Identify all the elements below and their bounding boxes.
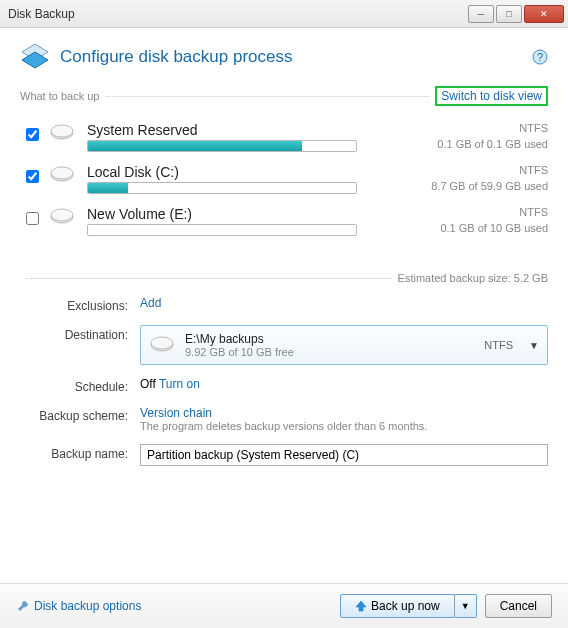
disk-icon bbox=[49, 166, 77, 184]
volume-row: New Volume (E:) NTFS 0.1 GB of 10 GB use… bbox=[20, 200, 548, 242]
disk-icon bbox=[49, 208, 77, 226]
divider bbox=[26, 278, 392, 279]
footer: Disk backup options Back up now ▼ Cancel bbox=[0, 583, 568, 628]
destination-selector[interactable]: E:\My backups 9.92 GB of 10 GB free NTFS… bbox=[140, 325, 548, 365]
volume-usage-text: 0.1 GB of 10 GB used bbox=[418, 222, 548, 234]
volume-fs: NTFS bbox=[418, 206, 548, 218]
volume-usage-text: 8.7 GB of 59.9 GB used bbox=[418, 180, 548, 192]
schedule-status: Off bbox=[140, 377, 156, 391]
help-icon[interactable]: ? bbox=[532, 49, 548, 65]
scheme-label: Backup scheme: bbox=[20, 406, 140, 423]
volume-usage-bar bbox=[87, 224, 357, 236]
schedule-turn-on-link[interactable]: Turn on bbox=[159, 377, 200, 391]
volume-list: System Reserved NTFS 0.1 GB of 0.1 GB us… bbox=[20, 116, 548, 242]
destination-free: 9.92 GB of 10 GB free bbox=[185, 346, 474, 358]
exclusions-add-link[interactable]: Add bbox=[140, 296, 161, 310]
disk-icon bbox=[49, 124, 77, 142]
volume-checkbox[interactable] bbox=[26, 170, 39, 183]
switch-to-disk-view-link[interactable]: Switch to disk view bbox=[435, 86, 548, 106]
volume-checkbox[interactable] bbox=[26, 212, 39, 225]
volume-usage-text: 0.1 GB of 0.1 GB used bbox=[418, 138, 548, 150]
wrench-icon bbox=[16, 599, 30, 613]
backup-name-input[interactable] bbox=[140, 444, 548, 466]
volume-name: New Volume (E:) bbox=[87, 206, 410, 222]
svg-point-3 bbox=[51, 125, 73, 137]
window-title: Disk Backup bbox=[8, 7, 466, 21]
volume-usage-bar bbox=[87, 140, 357, 152]
estimate-value: 5.2 GB bbox=[514, 272, 548, 284]
up-arrow-icon bbox=[355, 600, 367, 612]
maximize-button[interactable]: □ bbox=[496, 5, 522, 23]
scheme-desc: The program deletes backup versions olde… bbox=[140, 420, 548, 432]
destination-fs: NTFS bbox=[484, 339, 513, 351]
minimize-button[interactable]: ─ bbox=[468, 5, 494, 23]
exclusions-label: Exclusions: bbox=[20, 296, 140, 313]
volume-checkbox[interactable] bbox=[26, 128, 39, 141]
disk-icon bbox=[149, 336, 175, 354]
chevron-down-icon: ▼ bbox=[529, 340, 539, 351]
backup-now-button[interactable]: Back up now bbox=[340, 594, 455, 618]
estimate-label: Estimated backup size: bbox=[398, 272, 511, 284]
volume-usage-bar bbox=[87, 182, 357, 194]
page-title: Configure disk backup process bbox=[60, 47, 292, 67]
scheme-name-link[interactable]: Version chain bbox=[140, 406, 212, 420]
schedule-label: Schedule: bbox=[20, 377, 140, 394]
volume-fs: NTFS bbox=[418, 122, 548, 134]
svg-point-5 bbox=[51, 167, 73, 179]
volume-row: System Reserved NTFS 0.1 GB of 0.1 GB us… bbox=[20, 116, 548, 158]
svg-text:?: ? bbox=[537, 51, 543, 63]
divider bbox=[106, 96, 430, 97]
destination-path: E:\My backups bbox=[185, 332, 474, 346]
volume-fs: NTFS bbox=[418, 164, 548, 176]
svg-point-7 bbox=[51, 209, 73, 221]
chevron-down-icon: ▼ bbox=[461, 601, 470, 611]
cancel-button[interactable]: Cancel bbox=[485, 594, 552, 618]
volume-name: System Reserved bbox=[87, 122, 410, 138]
svg-point-9 bbox=[151, 337, 173, 349]
what-to-backup-label: What to back up bbox=[20, 90, 100, 102]
backup-name-label: Backup name: bbox=[20, 444, 140, 461]
disk-backup-options-link[interactable]: Disk backup options bbox=[16, 599, 141, 613]
backup-icon bbox=[20, 42, 50, 72]
backup-now-dropdown[interactable]: ▼ bbox=[454, 594, 477, 618]
titlebar[interactable]: Disk Backup ─ □ ✕ bbox=[0, 0, 568, 28]
close-button[interactable]: ✕ bbox=[524, 5, 564, 23]
volume-row: Local Disk (C:) NTFS 8.7 GB of 59.9 GB u… bbox=[20, 158, 548, 200]
destination-label: Destination: bbox=[20, 325, 140, 342]
volume-name: Local Disk (C:) bbox=[87, 164, 410, 180]
